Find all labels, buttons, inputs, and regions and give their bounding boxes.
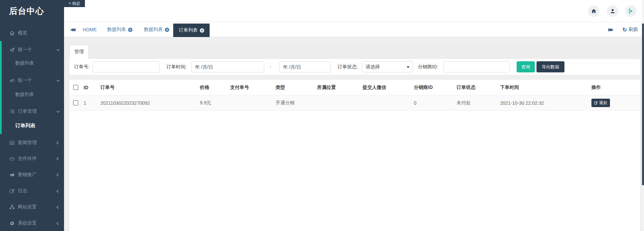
query-button[interactable]: 查询: [517, 61, 535, 72]
newspaper-icon: [9, 140, 15, 145]
refresh-label: 刷新: [628, 27, 638, 33]
chevron-left-icon: [57, 173, 60, 176]
user-circle-button[interactable]: [607, 5, 618, 17]
sidebar-collapse-button[interactable]: < 收起: [64, 0, 85, 7]
col-header-position: 所属位置: [315, 85, 361, 91]
home-icon: [9, 30, 15, 36]
logout-circle-button[interactable]: [625, 5, 637, 17]
filter-panel: 管理 订单号: 订单时间: - 订单状态: 请选择 分销商ID: 查询 导出数据: [69, 45, 640, 75]
sidebar-subitem-order-list[interactable]: 订单列表: [15, 122, 35, 129]
panel-tab-strip: 管理: [69, 45, 640, 59]
caret-down-icon: [407, 66, 409, 68]
sidebar-item-news-management[interactable]: 新闻管理: [9, 139, 59, 146]
cell-distributor-id: 0: [412, 100, 455, 106]
close-circle-icon[interactable]: [128, 28, 132, 32]
sidebar-item-label: 订单管理: [18, 108, 37, 114]
refresh-button[interactable]: ↻ 刷新: [622, 22, 638, 37]
filter-row: 订单号: 订单时间: - 订单状态: 请选择 分销商ID: 查询 导出数据: [69, 59, 640, 75]
chevron-down-icon: [57, 48, 60, 51]
order-time-start-input[interactable]: [191, 61, 264, 72]
orders-table: ID 订单号 价格 支付单号 类型 所属位置 提交人微信 分销商ID 订单状态 …: [69, 80, 640, 231]
admin-app: 后台中心 概览 留一个 数据列表 取一个 数据列表: [0, 0, 644, 231]
sidebar-item-take-one[interactable]: 取一个: [9, 77, 59, 84]
tab-label: 数据列表: [107, 27, 126, 33]
row-checkbox[interactable]: [73, 100, 78, 105]
sidebar-item-label: 日志: [18, 188, 27, 194]
cell-id: 1: [82, 100, 98, 106]
top-header: < 收起: [64, 0, 644, 22]
cell-price: 9.9元: [198, 100, 228, 106]
sidebar-item-label: 概览: [18, 30, 27, 36]
distributor-id-input[interactable]: [443, 61, 510, 72]
sidebar-item-site-settings[interactable]: 网站设置: [9, 203, 59, 211]
sidebar-item-label: 营销推广: [18, 172, 37, 178]
date-range-separator: -: [270, 59, 271, 75]
tab-bar: ◀◀ HOME 数据列表 数据列表 订单列表 ▶▶ ↻ 刷新: [64, 22, 644, 37]
col-header-order-no: 订单号: [98, 85, 198, 91]
sidebar-item-label: 取一个: [18, 77, 32, 84]
chevron-left-icon: [57, 141, 60, 144]
home-icon: [591, 8, 596, 14]
order-time-end-input[interactable]: [279, 61, 331, 72]
col-header-type: 类型: [274, 85, 315, 91]
scrollbar-thumb[interactable]: [642, 24, 644, 185]
close-circle-icon[interactable]: [165, 28, 169, 32]
sidebar-item-overview[interactable]: 概览: [9, 29, 59, 37]
sidebar-subitem-label: 数据列表: [15, 92, 34, 98]
export-data-button[interactable]: 导出数据: [536, 61, 564, 72]
refund-button[interactable]: 退款: [591, 99, 610, 107]
sidebar-item-system-settings[interactable]: 系统设置: [9, 220, 59, 227]
chevron-left-icon: [57, 222, 60, 225]
sidebar-active-accent: [0, 41, 2, 134]
tab-label: 数据列表: [144, 27, 163, 33]
col-header-status: 订单状态: [455, 85, 498, 91]
cell-status: 未付款: [455, 100, 498, 106]
sidebar-item-marketing[interactable]: 营销推广: [9, 171, 59, 178]
sidebar-item-label: 合作伙伴: [18, 156, 37, 162]
sidebar-item-label: 系统设置: [18, 220, 37, 226]
tab-manage[interactable]: 管理: [69, 45, 89, 59]
col-header-id: ID: [82, 85, 98, 90]
order-status-select[interactable]: 请选择: [362, 61, 413, 72]
chevron-down-icon: [57, 78, 60, 82]
user-icon: [610, 8, 615, 14]
sidebar-subitem-data-list-1[interactable]: 数据列表: [15, 60, 34, 67]
tab-home[interactable]: HOME: [83, 22, 97, 37]
sidebar-item-logs[interactable]: 日志: [9, 187, 59, 195]
paper-plane-icon: [9, 47, 15, 53]
col-header-price: 价格: [198, 85, 228, 91]
gear-icon: [9, 221, 15, 226]
col-header-distributor-id: 分销商ID: [412, 85, 455, 91]
select-value: 请选择: [366, 64, 380, 70]
tab-order-list-active[interactable]: 订单列表: [173, 24, 210, 37]
rewind-icon[interactable]: ◀◀: [70, 22, 74, 37]
list-icon: [9, 109, 15, 114]
sidebar-item-label: 留一个: [18, 47, 32, 53]
tab-data-list-1[interactable]: 数据列表: [107, 22, 132, 37]
sidebar-subitem-data-list-2[interactable]: 数据列表: [15, 91, 34, 98]
handshake-icon: [9, 156, 15, 161]
forward-icon[interactable]: ▶▶: [608, 22, 612, 37]
close-circle-icon[interactable]: [200, 28, 204, 33]
cell-order-no: 2021103022023270092: [98, 100, 198, 106]
sidebar-item-partners[interactable]: 合作伙伴: [9, 155, 59, 162]
tab-data-list-2[interactable]: 数据列表: [144, 22, 169, 37]
chevron-left-icon: [57, 189, 60, 193]
sidebar-item-order-management[interactable]: 订单管理: [9, 108, 59, 115]
select-all-checkbox[interactable]: [73, 85, 78, 90]
home-circle-button[interactable]: [588, 5, 600, 17]
order-no-label: 订单号:: [74, 59, 90, 75]
refund-label: 退款: [599, 100, 607, 106]
order-no-input[interactable]: [92, 61, 160, 72]
col-header-pay-no: 支付单号: [228, 85, 274, 91]
main-content: 管理 订单号: 订单时间: - 订单状态: 请选择 分销商ID: 查询 导出数据: [64, 37, 644, 231]
tab-label: 订单列表: [179, 27, 198, 33]
sidebar-item-label: 新闻管理: [18, 140, 37, 146]
cell-time: 2021-10-30 22:02:32: [498, 100, 589, 106]
order-status-label: 订单状态:: [338, 59, 358, 75]
order-time-label: 订单时间:: [166, 59, 187, 75]
edit-icon: [594, 101, 598, 105]
sidebar-item-keep-one[interactable]: 留一个: [9, 46, 59, 54]
distributor-id-label: 分销商ID:: [418, 59, 438, 75]
table-row: 1 2021103022023270092 9.9元 开通分销 0 未付款 20…: [69, 95, 640, 111]
